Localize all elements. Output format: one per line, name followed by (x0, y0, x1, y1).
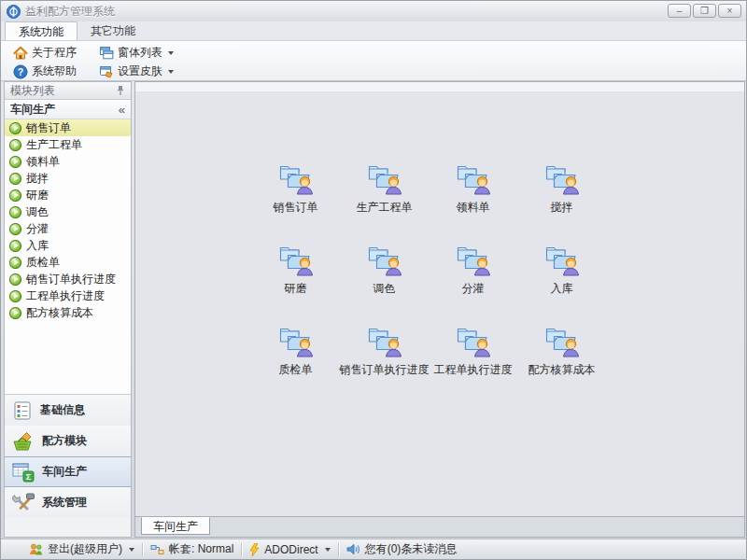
app-logo-icon (7, 5, 21, 19)
module-shortcut-panel: 销售订单 生产工程单 领料单 搅拌 (134, 81, 745, 517)
sidebar-item-formula-costing[interactable]: 配方核算成本 (5, 304, 131, 321)
sidebar-item-tinting[interactable]: 调色 (5, 203, 131, 220)
sidebar-item-grinding[interactable]: 研磨 (5, 187, 131, 203)
sidebar-item-mixing[interactable]: 搅拌 (5, 170, 131, 187)
section-formula-module-label: 配方模块 (42, 433, 87, 449)
section-basic-info[interactable]: 基础信息 (5, 395, 131, 426)
sidebar-item-sales-order-progress[interactable]: 销售订单执行进度 (5, 271, 131, 287)
logout-label: 登出(超级用户) (48, 541, 122, 557)
basket-pencil-icon (12, 431, 35, 452)
logout-button[interactable]: 登出(超级用户) (21, 541, 142, 557)
provider-button[interactable]: ADODirect (242, 543, 337, 556)
folder-user-icon (456, 161, 491, 197)
tab-other-functions[interactable]: 其它功能 (78, 21, 148, 40)
folder-user-icon (367, 324, 402, 359)
module-label: 销售订单执行进度 (340, 362, 430, 378)
form-list-button[interactable]: 窗体列表 (94, 44, 178, 62)
sidebar-section-buttons: 基础信息 配方模块 (5, 394, 131, 518)
module-shortcut-quality-inspection[interactable]: 质检单 (251, 324, 340, 378)
go-arrow-icon (9, 273, 21, 286)
table-sigma-icon: Σ (12, 462, 35, 483)
module-shortcut-filling[interactable]: 分灌 (429, 243, 517, 297)
go-arrow-icon (9, 173, 21, 185)
cascade-windows-icon (99, 46, 114, 61)
module-label: 配方核算成本 (529, 362, 596, 378)
go-arrow-icon (9, 290, 21, 302)
list-form-icon (12, 400, 33, 421)
unread-messages-status[interactable]: 您有(0)条未读消息 (339, 541, 465, 557)
close-button[interactable]: × (718, 4, 741, 18)
module-label: 质检单 (279, 362, 313, 378)
module-label: 生产工程单 (357, 200, 413, 216)
section-system-management[interactable]: 系统管理 (5, 487, 131, 518)
users-icon (29, 543, 43, 555)
minimize-button[interactable]: – (668, 4, 691, 18)
module-label: 工程单执行进度 (434, 362, 513, 378)
svg-text:?: ? (18, 66, 23, 77)
sidebar-item-engineering-order-progress[interactable]: 工程单执行进度 (5, 287, 131, 304)
module-shortcut-grinding[interactable]: 研磨 (251, 243, 340, 297)
maximize-button[interactable]: ❐ (693, 4, 716, 18)
module-label: 研磨 (285, 281, 307, 297)
sidebar-item-quality-inspection[interactable]: 质检单 (5, 254, 131, 271)
system-help-label: 系统帮助 (32, 63, 77, 79)
module-shortcut-sales-order[interactable]: 销售订单 (251, 161, 340, 216)
go-arrow-icon (9, 122, 21, 134)
folder-user-icon (278, 161, 314, 197)
module-label: 分灌 (462, 281, 485, 297)
ribbon-panel: 关于程序 窗体列表 ? 系统帮助 设置皮肤 (1, 40, 746, 81)
sidebar-item-filling[interactable]: 分灌 (5, 220, 131, 237)
title-bar: 益利配方管理系统 – ❐ × (1, 1, 746, 21)
module-label: 入库 (551, 281, 573, 297)
pin-icon[interactable] (116, 85, 125, 96)
help-icon: ? (13, 64, 28, 79)
sidebar-item-production-order[interactable]: 生产工程单 (5, 136, 131, 153)
sidebar-panel-header: 模块列表 (5, 82, 131, 100)
sidebar-item-sales-order[interactable]: 销售订单 (5, 119, 131, 136)
sidebar-item-list: 销售订单 生产工程单 领料单 搅拌 研磨 调色 分灌 入库 质检单 销售订单执行… (5, 119, 131, 394)
module-sidebar: 模块列表 车间生产 « 销售订单 生产工程单 领料单 搅拌 研磨 调色 分灌 入… (4, 81, 132, 538)
go-arrow-icon (9, 240, 21, 252)
module-shortcut-production-order[interactable]: 生产工程单 (340, 161, 429, 216)
section-formula-module[interactable]: 配方模块 (5, 426, 131, 456)
module-shortcut-engineering-order-progress[interactable]: 工程单执行进度 (429, 324, 517, 378)
module-shortcut-formula-costing[interactable]: 配方核算成本 (517, 324, 606, 378)
system-help-button[interactable]: ? 系统帮助 (8, 63, 81, 80)
module-label: 领料单 (457, 200, 490, 216)
bottom-tab-workshop-production[interactable]: 车间生产 (141, 517, 210, 535)
dropdown-arrow-icon (168, 70, 174, 74)
module-shortcut-sales-order-progress[interactable]: 销售订单执行进度 (340, 324, 429, 378)
sidebar-item-warehousing[interactable]: 入库 (5, 237, 131, 254)
tab-system-functions[interactable]: 系统功能 (5, 21, 78, 40)
module-shortcut-warehousing[interactable]: 入库 (517, 243, 606, 297)
module-shortcut-tinting[interactable]: 调色 (340, 243, 429, 297)
module-shortcut-mixing[interactable]: 搅拌 (517, 161, 606, 216)
dropdown-arrow-icon (129, 548, 134, 552)
home-icon (13, 46, 28, 61)
sidebar-panel-title: 模块列表 (10, 83, 55, 99)
collapse-icon[interactable]: « (119, 103, 125, 117)
folder-user-icon (544, 243, 580, 278)
sidebar-item-material-requisition[interactable]: 领料单 (5, 153, 131, 170)
go-arrow-icon (9, 139, 21, 151)
module-shortcut-material-requisition[interactable]: 领料单 (429, 161, 517, 216)
account-set-status: 帐套: Normal (143, 541, 241, 557)
folder-user-icon (367, 243, 402, 278)
skin-palette-icon (99, 64, 114, 79)
folder-user-icon (456, 243, 491, 278)
set-skin-label: 设置皮肤 (118, 63, 162, 79)
go-arrow-icon (9, 307, 21, 319)
module-label: 搅拌 (551, 200, 573, 216)
sidebar-group-header[interactable]: 车间生产 « (5, 100, 131, 119)
go-arrow-icon (9, 223, 21, 235)
go-arrow-icon (9, 189, 21, 202)
about-program-button[interactable]: 关于程序 (8, 44, 81, 62)
folder-user-icon (544, 161, 580, 197)
set-skin-button[interactable]: 设置皮肤 (94, 63, 178, 80)
folder-user-icon (278, 243, 314, 278)
section-workshop-production[interactable]: Σ 车间生产 (5, 456, 131, 487)
section-system-management-label: 系统管理 (42, 495, 87, 511)
lightning-icon (249, 543, 260, 556)
panel-top-strip (135, 82, 744, 92)
module-label: 调色 (374, 281, 396, 297)
